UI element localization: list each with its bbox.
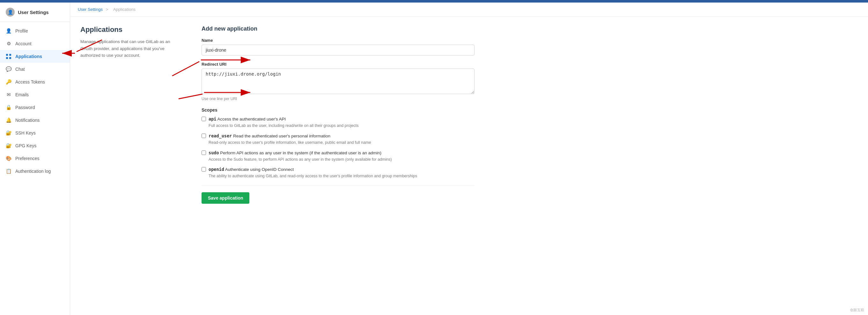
- top-bar: [0, 0, 868, 3]
- avatar: 👤: [6, 8, 15, 17]
- scope-openid-name: openid Authenticate using OpenID Connect: [209, 167, 294, 172]
- scope-read-user-header: read_user Read the authenticated user's …: [202, 133, 474, 138]
- page-description: Manage applications that can use GitLab …: [80, 38, 182, 59]
- scope-openid-header: openid Authenticate using OpenID Connect: [202, 167, 474, 172]
- scope-sudo-name: sudo Perform API actions as any user in …: [209, 150, 381, 155]
- sidebar-item-notifications[interactable]: 🔔 Notifications: [0, 114, 70, 127]
- sidebar-item-label: Applications: [15, 54, 42, 59]
- page-title: Applications: [80, 26, 182, 34]
- sidebar-title: User Settings: [18, 9, 49, 15]
- scope-sudo-code: sudo: [209, 150, 219, 155]
- main-content: User Settings > Applications Application…: [70, 3, 868, 315]
- breadcrumb-parent[interactable]: User Settings: [78, 7, 103, 12]
- sidebar-item-label: Emails: [15, 92, 29, 97]
- sidebar-item-profile[interactable]: 👤 Profile: [0, 25, 70, 37]
- notifications-icon: 🔔: [6, 117, 11, 123]
- scope-api-checkbox[interactable]: [202, 117, 206, 121]
- redirect-uri-hint: Use one line per URI: [202, 97, 474, 101]
- name-label: Name: [202, 38, 474, 43]
- scope-api-header: api Access the authenticated user's API: [202, 116, 474, 122]
- sidebar-item-label: Chat: [15, 67, 25, 72]
- form-section-title: Add new application: [202, 26, 474, 32]
- scope-read-user-name: read_user Read the authenticated user's …: [209, 133, 330, 138]
- sidebar-item-account[interactable]: ⚙ Account: [0, 37, 70, 50]
- name-form-group: Name: [202, 38, 474, 56]
- scope-sudo: sudo Perform API actions as any user in …: [202, 150, 474, 163]
- scope-openid-checkbox[interactable]: [202, 167, 206, 171]
- left-panel: Applications Manage applications that ca…: [80, 26, 182, 204]
- sidebar-item-emails[interactable]: ✉ Emails: [0, 88, 70, 101]
- scope-openid: openid Authenticate using OpenID Connect…: [202, 167, 474, 179]
- sidebar: 👤 User Settings 👤 Profile ⚙ Account: [0, 3, 70, 315]
- scope-api-name: api Access the authenticated user's API: [209, 116, 286, 122]
- svg-rect-3: [9, 57, 11, 59]
- breadcrumb: User Settings > Applications: [70, 3, 868, 17]
- scope-api: api Access the authenticated user's API …: [202, 116, 474, 129]
- sidebar-item-auth-log[interactable]: 📋 Authentication log: [0, 165, 70, 178]
- sidebar-item-password[interactable]: 🔒 Password: [0, 101, 70, 114]
- gpg-keys-icon: 🔐: [6, 143, 11, 149]
- scopes-title: Scopes: [202, 107, 474, 113]
- sidebar-item-label: Access Tokens: [15, 80, 45, 85]
- sidebar-item-ssh-keys[interactable]: 🔐 SSH Keys: [0, 127, 70, 139]
- access-tokens-icon: 🔑: [6, 79, 11, 85]
- scope-sudo-checkbox[interactable]: [202, 151, 206, 155]
- scope-read-user-code: read_user: [209, 133, 232, 138]
- sidebar-item-applications[interactable]: Applications: [0, 50, 70, 63]
- right-panel: Add new application Name Redirect URI Us…: [202, 26, 474, 204]
- redirect-uri-form-group: Redirect URI Use one line per URI: [202, 62, 474, 101]
- ssh-keys-icon: 🔐: [6, 130, 11, 136]
- scope-read-user-desc: Read-only access to the user's profile i…: [202, 140, 474, 146]
- sidebar-item-chat[interactable]: 💬 Chat: [0, 63, 70, 75]
- form-divider: [202, 186, 474, 186]
- sidebar-item-label: Profile: [15, 28, 28, 33]
- account-icon: ⚙: [6, 41, 11, 46]
- scopes-group: Scopes api Access the authenticated user…: [202, 107, 474, 179]
- scope-api-code: api: [209, 116, 216, 122]
- breadcrumb-current: Applications: [113, 7, 135, 12]
- applications-icon: [6, 54, 11, 59]
- password-icon: 🔒: [6, 104, 11, 110]
- scope-openid-desc: The ability to authenticate using GitLab…: [202, 173, 474, 179]
- watermark: 创新互联: [850, 308, 864, 312]
- redirect-uri-input[interactable]: [202, 68, 474, 94]
- redirect-uri-label: Redirect URI: [202, 62, 474, 67]
- sidebar-item-label: Preferences: [15, 156, 39, 161]
- sidebar-item-preferences[interactable]: 🎨 Preferences: [0, 152, 70, 165]
- user-icon: 👤: [8, 9, 13, 15]
- scope-api-desc: Full access to GitLab as the user, inclu…: [202, 123, 474, 129]
- content-area: Applications Manage applications that ca…: [70, 17, 485, 213]
- name-input[interactable]: [202, 44, 474, 56]
- svg-rect-1: [9, 54, 11, 56]
- scope-read-user: read_user Read the authenticated user's …: [202, 133, 474, 146]
- breadcrumb-separator: >: [106, 7, 108, 12]
- auth-log-icon: 📋: [6, 168, 11, 174]
- sidebar-item-label: Notifications: [15, 118, 39, 123]
- sidebar-item-label: Password: [15, 105, 35, 110]
- svg-rect-2: [6, 57, 8, 59]
- sidebar-header: 👤 User Settings: [0, 3, 70, 22]
- sidebar-item-access-tokens[interactable]: 🔑 Access Tokens: [0, 75, 70, 88]
- save-application-button[interactable]: Save application: [202, 192, 249, 204]
- emails-icon: ✉: [6, 92, 11, 98]
- sidebar-item-label: SSH Keys: [15, 130, 36, 135]
- sidebar-item-label: Account: [15, 41, 32, 46]
- chat-icon: 💬: [6, 66, 11, 72]
- sidebar-item-label: GPG Keys: [15, 143, 36, 148]
- sidebar-item-gpg-keys[interactable]: 🔐 GPG Keys: [0, 139, 70, 152]
- profile-icon: 👤: [6, 28, 11, 34]
- scope-sudo-header: sudo Perform API actions as any user in …: [202, 150, 474, 155]
- scope-read-user-checkbox[interactable]: [202, 134, 206, 138]
- content-layout: Applications Manage applications that ca…: [80, 26, 474, 204]
- svg-rect-0: [6, 54, 8, 56]
- sidebar-item-label: Authentication log: [15, 169, 51, 174]
- scope-sudo-desc: Access to the Sudo feature, to perform A…: [202, 157, 474, 163]
- scope-openid-code: openid: [209, 167, 224, 172]
- sidebar-nav: 👤 Profile ⚙ Account Applications: [0, 22, 70, 180]
- preferences-icon: 🎨: [6, 156, 11, 161]
